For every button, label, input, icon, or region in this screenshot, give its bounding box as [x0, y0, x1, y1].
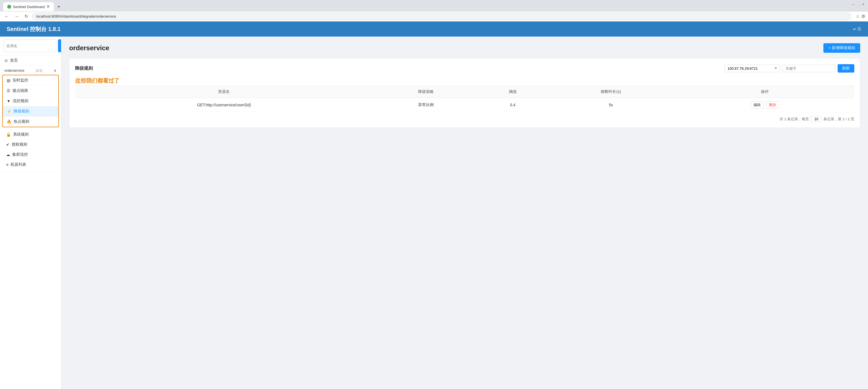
- tab-favicon: [7, 5, 11, 9]
- sidebar-item-flow-rule[interactable]: 流控规则: [3, 96, 58, 106]
- close-button[interactable]: ✕: [861, 2, 865, 6]
- monitor-icon: [7, 78, 10, 83]
- maximize-button[interactable]: ⬜: [856, 2, 860, 6]
- degrade-icon: [7, 109, 11, 114]
- browser-tab[interactable]: Sentinel Dashboard ✕: [3, 2, 54, 11]
- sidebar-app-count: (1/1): [36, 68, 43, 73]
- cell-actions: 编辑 删除: [675, 98, 854, 112]
- cell-threshold: 0.4: [479, 98, 546, 112]
- sidebar-menu-label: 热点规则: [14, 119, 29, 124]
- sidebar-extra-label: 授权规则: [12, 142, 27, 147]
- refresh-button[interactable]: 刷新: [838, 64, 854, 73]
- minimize-button[interactable]: —: [851, 2, 855, 6]
- col-actions: 操作: [675, 86, 854, 98]
- tab-close-button[interactable]: ✕: [46, 4, 50, 9]
- search-input[interactable]: [3, 39, 56, 52]
- sidebar-item-hotspot-rule[interactable]: 热点规则: [3, 117, 58, 127]
- total-suffix: 条记录，第 1 / 1 页: [824, 117, 854, 122]
- sidebar-extra-label: 系统规则: [13, 132, 29, 137]
- logout-label: 注: [858, 27, 861, 31]
- sidebar-app-name: orderservice: [4, 68, 25, 73]
- browser-actions: ☆ ⚙: [856, 14, 865, 19]
- sidebar-item-degrade-rule[interactable]: 降级规则: [3, 106, 58, 117]
- col-threshold: 阈值: [479, 86, 546, 98]
- app-header-title: Sentinel 控制台 1.8.1: [7, 25, 61, 33]
- card-header: 降级规则 100.87.78.29:8721 刷新: [75, 64, 854, 73]
- nav-back-button[interactable]: ←: [3, 13, 10, 20]
- sidebar-app-header[interactable]: orderservice (1/1) ∨: [0, 66, 61, 75]
- url-input[interactable]: [32, 12, 851, 20]
- sidebar-extra-label: 机器列表: [10, 162, 26, 167]
- card-title: 降级规则: [75, 65, 93, 72]
- total-prefix: 共 1 条记录，每页: [780, 117, 809, 122]
- sidebar-item-machine-list[interactable]: 机器列表: [0, 160, 61, 170]
- sidebar-menu-label: 降级规则: [14, 109, 29, 114]
- sidebar-menu-label: 流控规则: [13, 99, 28, 104]
- cell-resource: GET:http://userservice/user/{id}: [75, 98, 373, 112]
- col-resource: 资源名: [75, 86, 373, 98]
- degrade-rule-card: 降级规则 100.87.78.29:8721 刷新 这些我们都看过了: [69, 58, 860, 128]
- page-size-input[interactable]: [811, 116, 822, 122]
- hotspot-icon: [7, 119, 11, 124]
- annotation-text: 这些我们都看过了: [75, 77, 854, 85]
- cluster-icon: [6, 152, 10, 157]
- logout-button[interactable]: ↩ 注: [853, 27, 861, 31]
- app-body: 搜索 首页 orderservice (1/1) ∨ 实时监控: [0, 36, 868, 389]
- address-bar: ← → ↻ ☆ ⚙: [0, 11, 868, 22]
- sidebar-home-label: 首页: [10, 58, 18, 63]
- machine-icon: [6, 162, 8, 167]
- table-row: GET:http://userservice/user/{id} 异常比例 0.…: [75, 98, 854, 112]
- home-icon: [4, 58, 8, 63]
- table-body: GET:http://userservice/user/{id} 异常比例 0.…: [75, 98, 854, 112]
- sidebar-menu: 实时监控 簇点链路 流控规则 降级规则: [2, 75, 59, 127]
- pagination: 共 1 条记录，每页 条记录，第 1 / 1 页: [75, 116, 854, 122]
- flow-icon: [7, 99, 10, 103]
- link-icon: [7, 88, 10, 93]
- bookmark-icon[interactable]: ☆: [856, 14, 860, 19]
- table-header-row: 资源名 降级策略 阈值 熔断时长(s) 操作: [75, 86, 854, 98]
- new-tab-button[interactable]: +: [55, 2, 63, 11]
- sidebar-extra-label: 集群流控: [12, 152, 28, 157]
- sidebar-menu-label: 实时监控: [12, 78, 28, 83]
- col-strategy: 降级策略: [373, 86, 479, 98]
- window-controls: — ⬜ ✕: [851, 2, 865, 6]
- sidebar: 搜索 首页 orderservice (1/1) ∨ 实时监控: [0, 36, 61, 389]
- degrade-rule-table: 资源名 降级策略 阈值 熔断时长(s) 操作 GET:http://userse…: [75, 86, 854, 112]
- sidebar-app-group: orderservice (1/1) ∨ 实时监控 簇点链路: [0, 66, 61, 172]
- sidebar-menu-label: 簇点链路: [12, 88, 28, 93]
- main-page-header: orderservice + 新增降级规则: [69, 43, 860, 53]
- extensions-icon[interactable]: ⚙: [861, 14, 865, 19]
- auth-icon: [6, 142, 9, 147]
- main-content: orderservice + 新增降级规则 降级规则 100.87.78.29:…: [61, 36, 868, 389]
- logout-icon: ↩: [853, 27, 856, 31]
- sidebar-item-realtime-monitor[interactable]: 实时监控: [3, 75, 58, 86]
- sidebar-home-item[interactable]: 首页: [0, 55, 61, 66]
- search-button[interactable]: 搜索: [58, 39, 61, 52]
- delete-button[interactable]: 删除: [766, 101, 779, 109]
- system-icon: [6, 132, 11, 137]
- add-rule-button[interactable]: + 新增降级规则: [824, 43, 860, 53]
- sidebar-item-system-rule[interactable]: 系统规则: [0, 130, 61, 140]
- app-header: Sentinel 控制台 1.8.1 ↩ 注: [0, 22, 868, 36]
- keyword-filter-input[interactable]: [782, 65, 835, 72]
- sidebar-item-auth-rule[interactable]: 授权规则: [0, 140, 61, 149]
- sidebar-extra-menu: 系统规则 授权规则 集群流控 机器列表: [0, 130, 61, 172]
- nav-refresh-button[interactable]: ↻: [23, 12, 30, 20]
- col-duration: 熔断时长(s): [546, 86, 675, 98]
- edit-button[interactable]: 编辑: [750, 101, 764, 109]
- sidebar-search: 搜索: [0, 36, 61, 55]
- tab-title: Sentinel Dashboard: [13, 5, 44, 9]
- nav-forward-button[interactable]: →: [13, 13, 21, 20]
- card-filters: 100.87.78.29:8721 刷新: [724, 64, 854, 73]
- cell-duration: 5s: [546, 98, 675, 112]
- cell-strategy: 异常比例: [373, 98, 479, 112]
- sidebar-item-cluster-link[interactable]: 簇点链路: [3, 86, 58, 96]
- page-title: orderservice: [69, 44, 109, 52]
- ip-filter-select[interactable]: 100.87.78.29:8721: [724, 65, 780, 72]
- app-wrapper: Sentinel 控制台 1.8.1 ↩ 注 搜索 首页 orderservic…: [0, 22, 868, 389]
- sidebar-item-cluster-flow[interactable]: 集群流控: [0, 149, 61, 160]
- collapse-icon: ∨: [54, 68, 57, 73]
